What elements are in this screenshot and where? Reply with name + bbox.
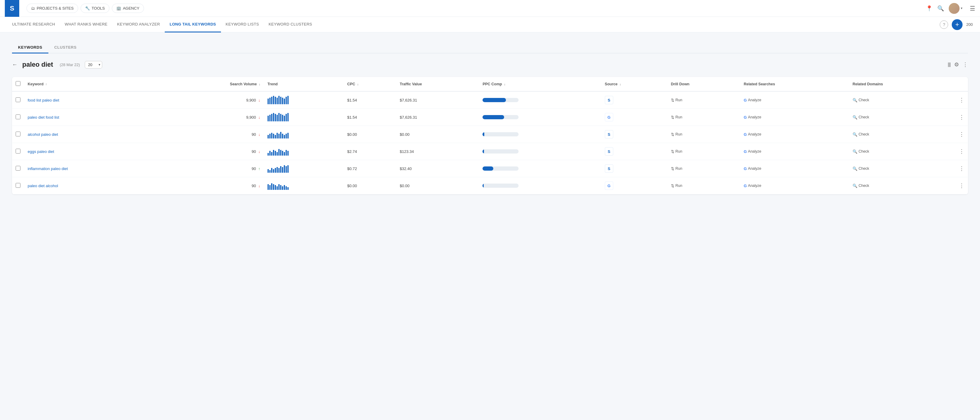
nav-long-tail-keywords[interactable]: LONG TAIL KEYWORDS [165,17,221,32]
search-icon[interactable]: 🔍 [937,5,944,12]
cpc-cell: $0.00 [344,177,396,194]
nav-keyword-lists[interactable]: KEYWORD LISTS [221,17,264,32]
row-checkbox[interactable] [16,97,21,102]
analyze-button[interactable]: G Analyze [744,166,762,171]
help-button[interactable]: ? [940,21,948,29]
spark-bar [282,167,283,173]
col-cpc[interactable]: CPC ↓ [344,77,396,91]
analyze-button[interactable]: G Analyze [744,115,762,120]
drill-down-cell: ⇅ Run [667,91,740,109]
col-ppc-comp[interactable]: PPC Comp ↓ [479,77,601,91]
row-more-button[interactable]: ⋮ [959,97,964,103]
row-more-button[interactable]: ⋮ [959,114,964,120]
nav-ultimate-research[interactable]: ULTIMATE RESEARCH [7,17,60,32]
run-button[interactable]: ⇅ Run [671,166,682,171]
hamburger-icon[interactable]: ☰ [970,5,975,12]
nav-keyword-clusters[interactable]: KEYWORD CLUSTERS [264,17,317,32]
keyword-link[interactable]: eggs paleo diet [28,149,54,154]
spark-bar [286,150,287,155]
keyword-link[interactable]: inflammation paleo diet [28,166,68,171]
more-options-icon[interactable]: ⋮ [963,61,968,68]
run-icon: ⇅ [671,166,674,171]
spark-bar [284,98,285,104]
app-logo[interactable]: S [5,0,19,17]
row-checkbox[interactable] [16,132,21,136]
agency-button[interactable]: 🏢 AGENCY [112,3,144,13]
ppc-bar-fill [482,115,504,119]
nav-what-ranks-where[interactable]: WHAT RANKS WHERE [60,17,112,32]
check-button[interactable]: 🔍 Check [853,132,869,137]
cpc-cell: $0.00 [344,126,396,143]
ppc-bar-fill [482,98,506,102]
check-button[interactable]: 🔍 Check [853,98,869,103]
spark-bar [271,133,272,138]
spark-bar [273,169,274,173]
per-page-select[interactable]: 10 20 50 100 [85,61,102,68]
add-button[interactable]: + [952,19,963,30]
spark-bar [280,97,282,104]
user-avatar-wrap[interactable]: ▾ [949,3,963,14]
spark-bar [275,185,276,190]
keyword-link[interactable]: food list paleo diet [28,98,59,103]
run-button[interactable]: ⇅ Run [671,115,682,120]
spark-bar [273,113,274,121]
keyword-link[interactable]: paleo diet alcohol [28,184,58,188]
run-button[interactable]: ⇅ Run [671,184,682,188]
col-source[interactable]: Source ↓ [601,77,667,91]
col-keyword[interactable]: Keyword ↑ [24,77,158,91]
table-row: food list paleo diet 9,900 ↓ $1.54 $7,62… [12,91,968,109]
table-row: inflammation paleo diet 90 ↑ $0.72 $32.4… [12,160,968,177]
check-button[interactable]: 🔍 Check [853,166,869,171]
row-checkbox[interactable] [16,149,21,154]
search-small-icon: 🔍 [853,166,858,171]
keyword-link[interactable]: paleo diet food list [28,115,59,120]
row-more-button[interactable]: ⋮ [959,166,964,171]
spark-bar [282,134,283,138]
trend-down-icon: ↓ [258,98,260,103]
cpc-sort-icon: ↓ [357,82,359,86]
row-more-cell: ⋮ [955,177,968,194]
nav-keyword-analyzer[interactable]: KEYWORD ANALYZER [113,17,165,32]
projects-icon: 🗂 [31,6,35,11]
spark-bar [287,133,289,138]
settings-icon[interactable]: ⚙ [954,61,959,68]
row-more-cell: ⋮ [955,91,968,109]
run-button[interactable]: ⇅ Run [671,149,682,154]
row-checkbox[interactable] [16,114,21,119]
spark-bar [282,98,283,104]
search-volume-cell: 90 ↓ [158,143,264,160]
spark-bar [269,185,270,190]
check-button[interactable]: 🔍 Check [853,149,869,154]
row-checkbox[interactable] [16,166,21,171]
run-icon: ⇅ [671,184,674,188]
analyze-button[interactable]: G Analyze [744,184,762,188]
tab-keywords[interactable]: KEYWORDS [12,42,48,54]
keyword-link[interactable]: alcohol paleo diet [28,132,58,137]
check-button[interactable]: 🔍 Check [853,115,869,120]
location-icon[interactable]: 📍 [926,5,932,12]
analyze-button[interactable]: G Analyze [744,149,762,154]
spark-bar [278,96,280,104]
spark-bar [287,165,289,173]
check-button[interactable]: 🔍 Check [853,184,869,188]
run-button[interactable]: ⇅ Run [671,98,682,103]
ppc-bar [482,149,519,154]
tab-clusters[interactable]: CLUSTERS [48,42,83,54]
analyze-button[interactable]: G Analyze [744,98,762,103]
row-more-button[interactable]: ⋮ [959,183,964,189]
row-more-button[interactable]: ⋮ [959,148,964,154]
ppc-bar-fill [482,132,484,136]
row-more-button[interactable]: ⋮ [959,131,964,137]
tools-button[interactable]: 🔧 TOOLS [81,3,110,13]
select-all-checkbox[interactable] [16,81,21,86]
analyze-button[interactable]: G Analyze [744,132,762,137]
trend-cell [264,177,344,194]
col-search-volume[interactable]: Search Volume ↓ [158,77,264,91]
traffic-value-cell: $7,626.31 [396,91,479,109]
projects-sites-button[interactable]: 🗂 PROJECTS & SITES [27,3,78,13]
back-button[interactable]: ← [12,62,18,68]
source-cell: S [601,91,667,109]
columns-icon[interactable]: ||| [948,62,951,67]
run-button[interactable]: ⇅ Run [671,132,682,137]
row-checkbox[interactable] [16,183,21,188]
